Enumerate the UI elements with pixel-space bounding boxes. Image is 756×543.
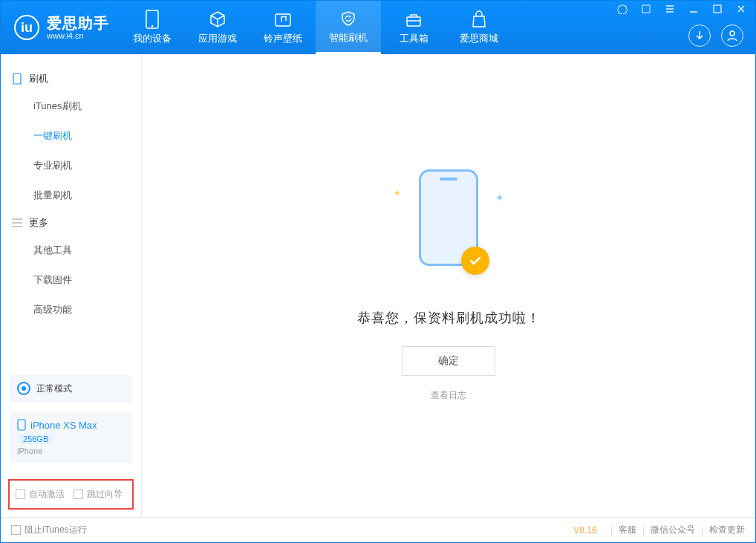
main-panel: ✦ ✦ 恭喜您，保资料刷机成功啦！ 确定 查看日志 xyxy=(142,54,755,517)
sidebar-item-download-firmware[interactable]: 下载固件 xyxy=(33,265,141,295)
titlebar: iu 爱思助手 www.i4.cn 我的设备 应用游戏 铃声壁纸 智能刷机 xyxy=(1,1,755,54)
mode-label: 正常模式 xyxy=(36,383,72,395)
flash-options-highlighted: 自动激活 跳过向导 xyxy=(8,479,134,510)
sidebar-item-batch-flash[interactable]: 批量刷机 xyxy=(33,181,141,210)
maximize-button[interactable] xyxy=(709,2,726,18)
svg-point-6 xyxy=(730,31,734,36)
titlebar-right-icons xyxy=(688,25,743,47)
mode-indicator-icon xyxy=(17,382,30,395)
user-button[interactable] xyxy=(721,25,743,47)
checkbox-auto-activate[interactable]: 自动激活 xyxy=(16,488,65,501)
device-card[interactable]: iPhone XS Max 256GB iPhone xyxy=(10,412,132,463)
sidebar-group-more[interactable]: 更多 xyxy=(1,210,141,235)
svg-rect-7 xyxy=(13,74,21,84)
music-folder-icon xyxy=(273,10,293,29)
check-icon xyxy=(461,247,489,275)
body: 刷机 iTunes刷机 一键刷机 专业刷机 批量刷机 更多 其他工具 下载固件 … xyxy=(1,54,755,517)
version-label: V8.16 xyxy=(573,525,596,536)
nav-apps-games[interactable]: 应用游戏 xyxy=(185,1,250,54)
svg-rect-3 xyxy=(407,17,420,26)
download-button[interactable] xyxy=(688,25,711,47)
minimize-button[interactable] xyxy=(685,2,702,18)
nav-toolbox[interactable]: 工具箱 xyxy=(381,1,446,54)
app-window: iu 爱思助手 www.i4.cn 我的设备 应用游戏 铃声壁纸 智能刷机 xyxy=(0,0,756,543)
link-check-update[interactable]: 检查更新 xyxy=(709,524,745,536)
checkbox-skip-guide[interactable]: 跳过向导 xyxy=(74,488,123,501)
app-name: 爱思助手 xyxy=(47,15,109,31)
nav-store[interactable]: 爱思商城 xyxy=(446,1,512,54)
checkbox-block-itunes[interactable]: 阻止iTunes运行 xyxy=(11,524,87,536)
statusbar: 阻止iTunes运行 V8.16 | 客服 | 微信公众号 | 检查更新 xyxy=(1,517,755,542)
nav-smart-flash[interactable]: 智能刷机 xyxy=(316,1,381,54)
bag-icon xyxy=(469,10,489,29)
svg-rect-5 xyxy=(714,5,721,13)
logo[interactable]: iu 爱思助手 www.i4.cn xyxy=(1,15,120,40)
phone-icon xyxy=(11,73,23,85)
svg-rect-2 xyxy=(276,14,290,26)
mode-card[interactable]: 正常模式 xyxy=(10,374,132,403)
view-log-link[interactable]: 查看日志 xyxy=(431,389,466,402)
toolbox-icon xyxy=(404,10,423,29)
app-domain: www.i4.cn xyxy=(47,31,109,40)
logo-icon: iu xyxy=(14,15,39,40)
link-support[interactable]: 客服 xyxy=(619,524,636,536)
sidebar-item-oneclick-flash[interactable]: 一键刷机 xyxy=(33,121,141,151)
sidebar-item-pro-flash[interactable]: 专业刷机 xyxy=(33,151,141,181)
sidebar-item-advanced[interactable]: 高级功能 xyxy=(33,295,141,325)
sidebar-item-itunes-flash[interactable]: iTunes刷机 xyxy=(33,91,141,121)
cube-icon xyxy=(208,10,227,29)
link-wechat[interactable]: 微信公众号 xyxy=(651,524,695,536)
list-icon xyxy=(11,217,23,229)
success-message: 恭喜您，保资料刷机成功啦！ xyxy=(357,309,541,327)
theme-icon[interactable] xyxy=(614,2,630,18)
svg-rect-4 xyxy=(642,5,650,13)
success-illustration: ✦ ✦ xyxy=(385,169,512,288)
device-storage: 256GB xyxy=(17,434,54,444)
nav-ringtone-wallpaper[interactable]: 铃声壁纸 xyxy=(250,1,316,54)
sidebar-item-other-tools[interactable]: 其他工具 xyxy=(33,235,141,265)
sidebar: 刷机 iTunes刷机 一键刷机 专业刷机 批量刷机 更多 其他工具 下载固件 … xyxy=(1,54,142,517)
device-phone-icon xyxy=(17,419,26,431)
svg-rect-8 xyxy=(18,420,25,430)
main-nav: 我的设备 应用游戏 铃声壁纸 智能刷机 工具箱 爱思商城 xyxy=(120,1,512,54)
sidebar-group-flash[interactable]: 刷机 xyxy=(1,66,141,91)
device-icon xyxy=(143,10,162,29)
refresh-shield-icon xyxy=(339,9,358,28)
nav-my-device[interactable]: 我的设备 xyxy=(120,1,185,54)
close-button[interactable] xyxy=(733,2,749,18)
ok-button[interactable]: 确定 xyxy=(402,346,495,376)
spark-icon: ✦ xyxy=(495,192,504,204)
shrink-icon[interactable] xyxy=(638,2,654,18)
device-name: iPhone XS Max xyxy=(30,420,97,431)
device-type: iPhone xyxy=(17,446,125,455)
menu-icon[interactable] xyxy=(662,2,678,18)
spark-icon: ✦ xyxy=(393,187,402,199)
window-controls xyxy=(614,2,749,18)
svg-point-1 xyxy=(151,25,154,27)
